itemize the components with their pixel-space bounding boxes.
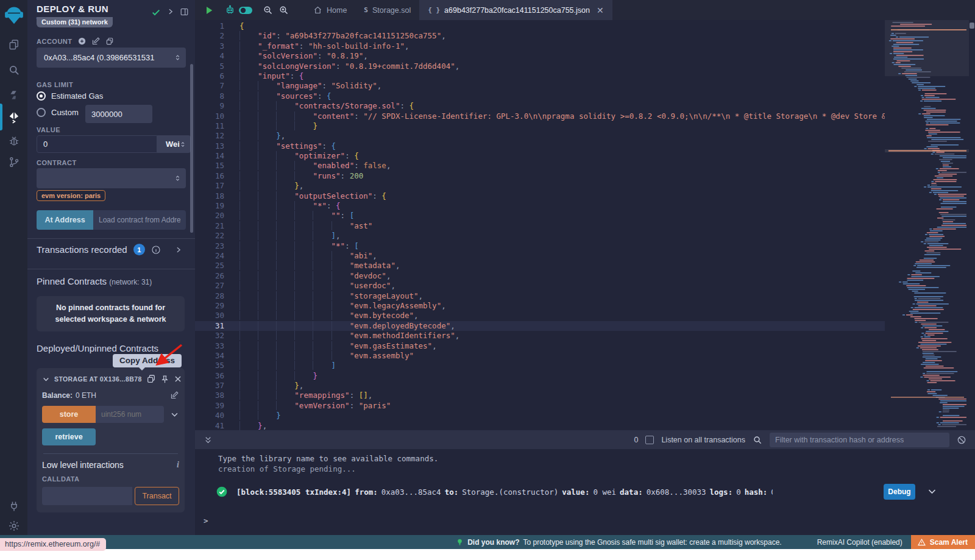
code-line[interactable]: 18 "outputSelection": { bbox=[195, 191, 885, 201]
expand-log-icon[interactable] bbox=[927, 486, 937, 497]
tab-home[interactable]: Home bbox=[305, 0, 355, 20]
zoom-in-icon[interactable] bbox=[275, 2, 291, 18]
code-line[interactable]: 28 "storageLayout", bbox=[195, 291, 885, 301]
info-icon[interactable] bbox=[151, 245, 161, 255]
code-line[interactable]: 4 "solcVersion": "0.8.19", bbox=[195, 51, 885, 61]
custom-gas-radio[interactable] bbox=[37, 108, 46, 117]
code-line[interactable]: 27 "userdoc", bbox=[195, 281, 885, 291]
code-line[interactable]: 32 "evm.methodIdentifiers", bbox=[195, 331, 885, 341]
copy-address-icon[interactable] bbox=[146, 374, 156, 384]
plugin-manager-icon[interactable] bbox=[0, 497, 27, 516]
code-line[interactable]: 14 "optimizer": { bbox=[195, 151, 885, 161]
contract-instance-title[interactable]: STORAGE AT 0X136...8B78 bbox=[54, 375, 142, 383]
expand-transactions-icon[interactable] bbox=[174, 246, 182, 254]
remix-logo-icon[interactable] bbox=[1, 2, 26, 28]
code-line[interactable]: 9 "contracts/Storage.sol": { bbox=[195, 101, 885, 111]
copy-account-icon[interactable] bbox=[105, 37, 114, 46]
code-line[interactable]: 33 "evm.gasEstimates", bbox=[195, 341, 885, 351]
code-line[interactable]: 37 }, bbox=[195, 381, 885, 391]
file-explorer-icon[interactable] bbox=[0, 35, 27, 54]
code-line[interactable]: 30 "evm.bytecode", bbox=[195, 311, 885, 321]
info-icon[interactable]: i bbox=[177, 460, 179, 470]
code-line[interactable]: 6 "input": { bbox=[195, 71, 885, 81]
search-icon[interactable] bbox=[0, 61, 27, 79]
editor-scrollbar[interactable] bbox=[970, 23, 974, 29]
at-address-button[interactable]: At Address bbox=[37, 210, 93, 230]
retrieve-button[interactable]: retrieve bbox=[42, 428, 96, 445]
code-line[interactable]: 13 "settings": { bbox=[195, 141, 885, 151]
zoom-out-icon[interactable] bbox=[260, 2, 275, 18]
edit-balance-icon[interactable] bbox=[170, 391, 179, 400]
code-line[interactable]: 12 }, bbox=[195, 131, 885, 141]
run-script-icon[interactable] bbox=[201, 2, 217, 18]
code-line[interactable]: 10 "content": "// SPDX-License-Identifie… bbox=[195, 112, 885, 121]
code-line[interactable]: 8 "sources": { bbox=[195, 91, 885, 101]
expand-store-icon[interactable] bbox=[170, 410, 179, 419]
estimated-gas-option[interactable]: Estimated Gas bbox=[37, 91, 103, 101]
code-line[interactable]: 22 ], bbox=[195, 231, 885, 241]
estimated-gas-radio[interactable] bbox=[37, 91, 46, 101]
listen-checkbox[interactable] bbox=[645, 436, 654, 444]
code-line[interactable]: 29 "evm.legacyAssembly", bbox=[195, 301, 885, 311]
minimap[interactable] bbox=[885, 20, 969, 430]
chevron-right-icon[interactable] bbox=[166, 7, 174, 16]
code-line[interactable]: 24 "abi", bbox=[195, 251, 885, 261]
code-line[interactable]: 39 "evmVersion": "paris" bbox=[195, 401, 885, 411]
value-input[interactable] bbox=[37, 135, 157, 153]
add-account-icon[interactable] bbox=[77, 37, 87, 46]
scam-alert-button[interactable]: Scam Alert bbox=[911, 535, 975, 549]
code-line[interactable]: 40 } bbox=[195, 411, 885, 420]
edit-account-icon[interactable] bbox=[91, 37, 101, 46]
code-line[interactable]: 20 "": [ bbox=[195, 211, 885, 221]
code-line[interactable]: 3 "_format": "hh-sol-build-info-1", bbox=[195, 41, 885, 51]
terminal[interactable]: Type the library name to see available c… bbox=[195, 449, 975, 535]
code-line[interactable]: 1{ bbox=[195, 21, 885, 31]
code-line[interactable]: 23 "*": [ bbox=[195, 241, 885, 251]
close-contract-icon[interactable] bbox=[174, 375, 182, 383]
code-line[interactable]: 36 } bbox=[195, 371, 885, 381]
store-arg-input[interactable] bbox=[96, 406, 164, 423]
clear-console-icon[interactable] bbox=[957, 435, 966, 445]
copilot-toggle-icon[interactable] bbox=[238, 2, 254, 18]
copilot-status[interactable]: RemixAI Copilot (enabled) bbox=[817, 538, 902, 547]
code-line[interactable]: 17 }, bbox=[195, 181, 885, 191]
code-line[interactable]: 21 "ast" bbox=[195, 221, 885, 231]
transaction-log-row[interactable]: [block:5583405 txIndex:4]from:0xa03...85… bbox=[195, 483, 975, 501]
source-control-icon[interactable] bbox=[0, 153, 27, 171]
settings-gear-icon[interactable] bbox=[0, 517, 27, 535]
chevron-down-icon[interactable] bbox=[42, 375, 50, 383]
contract-select[interactable] bbox=[37, 168, 186, 188]
code-line[interactable]: 38 "remappings": [], bbox=[195, 391, 885, 400]
code-line[interactable]: 25 "metadata", bbox=[195, 261, 885, 271]
code-line[interactable]: 34 "evm.assembly" bbox=[195, 351, 885, 361]
code-line[interactable]: 2 "id": "a69b43f277ba20fcac141151250ca75… bbox=[195, 31, 885, 41]
pin-panel-icon[interactable] bbox=[180, 7, 189, 16]
tab-storage-sol[interactable]: S Storage.sol bbox=[355, 0, 419, 20]
close-tab-icon[interactable]: ✕ bbox=[597, 5, 604, 15]
code-line[interactable]: 31 "evm.deployedBytecode", bbox=[195, 321, 885, 331]
debugger-icon[interactable] bbox=[0, 132, 27, 150]
code-line[interactable]: 11 } bbox=[195, 121, 885, 131]
code-line[interactable]: 5 "solcLongVersion": "0.8.19+commit.7dd6… bbox=[195, 62, 885, 71]
tab-build-info-json[interactable]: { } a69b43f277ba20fcac141151250ca755.jso… bbox=[419, 0, 612, 20]
ai-assistant-icon[interactable] bbox=[222, 2, 238, 18]
code-line[interactable]: 19 "*": { bbox=[195, 201, 885, 211]
code-line[interactable]: 26 "devdoc", bbox=[195, 271, 885, 281]
code-line[interactable]: 35 ] bbox=[195, 361, 885, 370]
terminal-prompt[interactable]: > bbox=[204, 516, 208, 525]
store-button[interactable]: store bbox=[42, 406, 96, 423]
code-line[interactable]: 7 "language": "Solidity", bbox=[195, 81, 885, 91]
code-line[interactable]: 16 "runs": 200 bbox=[195, 171, 885, 181]
code-lines[interactable]: 1{2 "id": "a69b43f277ba20fcac141151250ca… bbox=[195, 21, 885, 430]
custom-gas-option[interactable]: Custom bbox=[37, 108, 79, 117]
expand-terminal-icon[interactable] bbox=[204, 435, 213, 445]
pin-contract-icon[interactable] bbox=[160, 375, 169, 384]
debug-button[interactable]: Debug bbox=[884, 484, 915, 500]
load-contract-input[interactable] bbox=[93, 210, 186, 230]
calldata-input[interactable] bbox=[42, 487, 132, 505]
code-line[interactable]: 15 "enabled": false, bbox=[195, 161, 885, 171]
panel-scrollbar[interactable] bbox=[190, 64, 193, 233]
custom-gas-input[interactable] bbox=[85, 105, 152, 123]
deploy-run-icon[interactable] bbox=[0, 108, 27, 127]
filter-input[interactable] bbox=[770, 433, 949, 447]
